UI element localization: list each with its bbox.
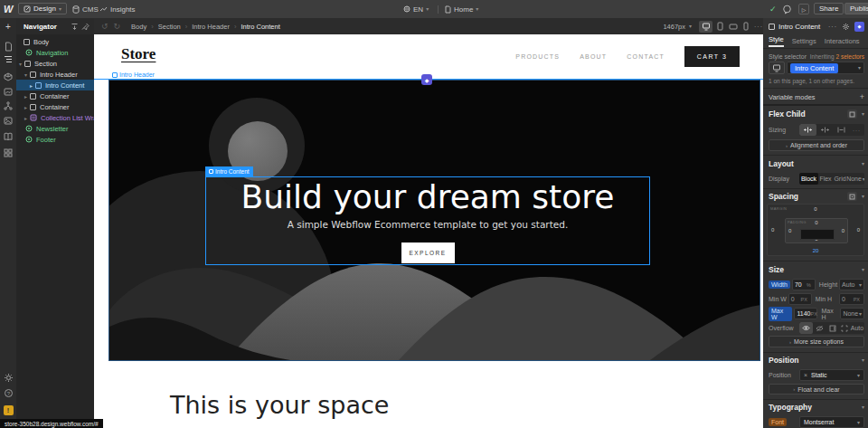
element-options-icon[interactable]: ··· (828, 24, 837, 30)
variable-modes-row[interactable]: Variable modes + (769, 91, 864, 102)
sizing-shrink-button[interactable] (799, 124, 816, 136)
add-variable-mode-icon[interactable]: + (860, 92, 864, 101)
spacing-control[interactable]: MARGIN 0 0 0 20 PADDING 0 0 0 0 (767, 204, 864, 256)
apps-icon[interactable] (0, 147, 16, 159)
size-section-header[interactable]: Size ▾ (769, 264, 864, 275)
padding-control[interactable]: PADDING 0 0 0 0 (785, 218, 848, 243)
margin-left-value[interactable]: 0 (771, 227, 774, 233)
navigator-icon[interactable] (0, 52, 16, 65)
breakpoint-phone-button[interactable] (743, 22, 749, 31)
tree-item-navigation[interactable]: Navigation (16, 47, 94, 58)
media-icon[interactable] (0, 114, 16, 127)
pages-icon[interactable] (0, 40, 16, 52)
collapse-all-icon[interactable] (71, 23, 79, 31)
help-icon[interactable]: ? (0, 386, 16, 399)
more-breakpoints-icon[interactable]: ··· (754, 24, 763, 30)
overflow-clip-icon[interactable] (839, 322, 850, 334)
variables-icon[interactable] (0, 100, 16, 112)
tree-item-section[interactable]: ▾ Section (16, 58, 94, 69)
notifications-badge-icon[interactable]: ! (0, 404, 16, 416)
spacing-mode-icon[interactable] (847, 192, 857, 201)
page-switcher[interactable]: Home ▾ (445, 0, 478, 18)
padding-left-value[interactable]: 0 (788, 228, 791, 233)
cms-button[interactable]: CMS (72, 0, 99, 18)
share-button[interactable]: Share (814, 3, 844, 14)
float-clear-button[interactable]: › Float and clear (769, 384, 864, 395)
locale-switcher[interactable]: EN ▾ (403, 0, 429, 18)
overflow-auto-button[interactable]: Auto (850, 322, 864, 334)
selector-field[interactable]: Intro Content ▾ (787, 62, 864, 74)
max-w-label[interactable]: Max W (769, 307, 792, 321)
breadcrumb-item-current[interactable]: Intro Content (241, 23, 279, 31)
breakpoint-phone-landscape-button[interactable] (729, 24, 738, 30)
intro-header-tag[interactable]: Intro Header (112, 71, 155, 78)
comments-button[interactable] (782, 5, 792, 14)
tree-item-intro-content-selected[interactable]: ▸ Intro Content (16, 80, 94, 90)
margin-top-value[interactable]: 0 (814, 206, 816, 212)
tree-item-intro-header[interactable]: ▾ Intro Header (16, 69, 94, 80)
redo-icon[interactable]: ↻ (114, 22, 121, 31)
max-h-field[interactable]: None▾ (840, 308, 864, 319)
breakpoint-indicator-icon[interactable] (769, 62, 785, 74)
height-field[interactable]: Auto▾ (839, 279, 864, 290)
display-flex-button[interactable]: Flex (818, 173, 833, 185)
ai-spark-button[interactable]: ◆ (854, 22, 864, 32)
intro-content-tag[interactable]: Intro Content (205, 166, 253, 176)
breadcrumb-item[interactable]: Section (158, 23, 181, 31)
hero-subtitle[interactable]: A simple Webflow Ecommerce template to g… (288, 219, 569, 230)
min-h-field[interactable]: 0PX (839, 293, 864, 305)
breakpoint-tablet-button[interactable] (717, 22, 723, 31)
breadcrumb-item[interactable]: Body (131, 23, 146, 31)
publish-button[interactable]: Publish ▾ (844, 3, 868, 14)
canvas-width-value[interactable]: 1467px (663, 23, 685, 31)
tree-item-footer[interactable]: Footer (16, 134, 94, 145)
flex-child-reset-icon[interactable] (847, 109, 857, 119)
inheriting-count[interactable]: 2 selectors (836, 53, 864, 60)
tree-item-collection-list[interactable]: ▸ Collection List Wra... (16, 112, 94, 123)
cart-button[interactable]: CART 3 (684, 46, 740, 67)
display-none-button[interactable]: None▾ (847, 173, 864, 185)
hero-section[interactable]: Intro Content Build your dream store A s… (108, 80, 760, 361)
explore-button[interactable]: EXPLORE (401, 243, 455, 263)
site-logo[interactable]: Store (121, 45, 156, 63)
tree-item-body[interactable]: Body (16, 36, 94, 47)
hero-title[interactable]: Build your dream store (241, 179, 615, 215)
intro-content-selection[interactable]: Intro Content Build your dream store A s… (205, 176, 650, 265)
nav-link[interactable]: PRODUCTS (515, 53, 560, 60)
sizing-fixed-button[interactable] (834, 124, 849, 136)
design-mode-button[interactable]: Design ▾ (18, 3, 67, 14)
undo-icon[interactable]: ↺ (101, 22, 108, 31)
breadcrumb-item[interactable]: Intro Header (192, 23, 230, 31)
spacing-section-header[interactable]: Spacing ▾ (769, 191, 864, 202)
display-grid-button[interactable]: Grid (833, 173, 847, 185)
next-section-title[interactable]: This is your space (170, 391, 389, 419)
overflow-hidden-eye-slash-icon[interactable] (813, 322, 826, 334)
element-drag-handle[interactable]: ◆ (421, 74, 432, 85)
settings-gear-icon[interactable] (0, 371, 16, 384)
font-label[interactable]: Font (769, 418, 787, 426)
flex-child-section-header[interactable]: Flex Child ▾ (769, 109, 864, 119)
assets-icon[interactable] (0, 85, 16, 98)
libraries-icon[interactable] (0, 130, 16, 143)
overflow-visible-eye-icon[interactable] (799, 322, 813, 334)
font-select[interactable]: Montserrat ▾ (799, 416, 864, 428)
sizing-custom-button[interactable]: ··· (849, 124, 864, 136)
more-size-options-button[interactable]: › More size options (769, 336, 864, 347)
width-label[interactable]: Width (769, 281, 790, 289)
padding-right-value[interactable]: 0 (842, 228, 844, 233)
layout-section-header[interactable]: Layout ▾ (769, 158, 864, 169)
typography-section-header[interactable]: Typography ▾ (769, 402, 864, 413)
padding-top-value[interactable]: 0 (815, 220, 817, 225)
tab-settings[interactable]: Settings (792, 37, 816, 45)
components-icon[interactable] (0, 71, 16, 83)
nav-link[interactable]: ABOUT (580, 53, 607, 60)
tab-interactions[interactable]: Interactions (825, 37, 860, 45)
pin-panel-icon[interactable] (81, 23, 90, 31)
selector-pill[interactable]: Intro Content (790, 63, 838, 73)
tab-style[interactable]: Style (769, 35, 784, 47)
tree-item-newsletter[interactable]: Newsletter (16, 123, 94, 134)
position-section-header[interactable]: Position ▾ (769, 355, 864, 366)
margin-right-value[interactable]: 0 (857, 227, 860, 233)
overflow-scroll-icon[interactable] (826, 322, 839, 334)
display-block-button[interactable]: Block (799, 173, 818, 185)
